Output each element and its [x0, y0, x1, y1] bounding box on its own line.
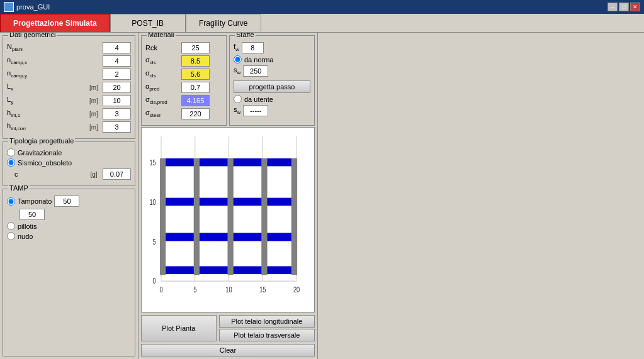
pillotis-row: pillotis — [7, 222, 131, 230]
da-norma-row: da norma — [234, 55, 310, 64]
left-panel: Dati geometrici Npiani ncamp,x ncamp,y — [0, 33, 138, 359]
dati-geometrici-title: Dati geometrici — [8, 33, 57, 38]
dati-geometrici-group: Dati geometrici Npiani ncamp,x ncamp,y — [3, 35, 135, 139]
bottom-buttons-row: Plot Pianta Plot telaio longitudinale Pl… — [141, 315, 315, 341]
alpha-pred-input[interactable] — [181, 82, 210, 93]
staffe-box: Staffe fw da norma sw progetta passo — [229, 35, 315, 126]
right-panel — [318, 33, 644, 359]
mid-top: Materiali Rck σcls σcls αpred — [141, 35, 315, 126]
minimize-button[interactable]: – — [607, 3, 618, 11]
svg-text:10: 10 — [149, 197, 155, 206]
middle-panel: Materiali Rck σcls σcls αpred — [138, 33, 318, 359]
ncampx-input[interactable] — [103, 55, 131, 67]
hintcorr-row: hint,corr [m] — [7, 121, 131, 133]
sw-user-row: sw — [234, 105, 310, 116]
tamp-val2-input[interactable] — [20, 209, 45, 220]
nudo-radio[interactable] — [7, 232, 15, 240]
da-norma-radio[interactable] — [234, 55, 242, 64]
ly-input[interactable] — [103, 95, 131, 106]
main-window: Progettazione Simulata POST_IB Fragility… — [0, 14, 644, 359]
tab-fragility[interactable]: Fragility Curve — [186, 14, 261, 32]
fw-row: fw — [234, 42, 310, 53]
svg-text:15: 15 — [149, 158, 155, 167]
da-norma-label: da norma — [244, 56, 273, 64]
da-utente-row: da utente — [234, 95, 310, 103]
sismico-radio[interactable] — [7, 158, 15, 167]
gravitazionale-radio[interactable] — [7, 148, 15, 157]
sw-row: sw — [234, 65, 310, 77]
materials-title: Materiali — [147, 33, 176, 38]
sigma-steel-input[interactable] — [181, 108, 210, 119]
nudo-label: nudo — [18, 233, 33, 240]
da-utente-label: da utente — [244, 96, 273, 103]
hintcorr-input[interactable] — [103, 121, 131, 133]
da-utente-radio[interactable] — [234, 95, 242, 103]
tipologia-title: Tipologia progettuale — [8, 137, 75, 145]
svg-text:0: 0 — [159, 285, 162, 294]
c-row: c [g] — [7, 168, 131, 180]
tamponato-radio[interactable] — [7, 197, 15, 206]
svg-rect-15 — [227, 158, 233, 275]
sigma-cls1-input[interactable] — [181, 55, 210, 67]
window-controls: – □ ✕ — [607, 3, 640, 11]
tamp-val2-row — [7, 209, 131, 220]
materials-box: Materiali Rck σcls σcls αpred — [141, 35, 227, 126]
sigma-cls2-input[interactable] — [181, 69, 210, 80]
tipologia-group: Tipologia progettuale Gravitazionale Sis… — [3, 141, 135, 186]
rck-input[interactable] — [181, 42, 210, 53]
ncampy-input[interactable] — [103, 69, 131, 80]
app-icon — [4, 2, 14, 12]
svg-text:15: 15 — [259, 285, 266, 294]
svg-text:0: 0 — [153, 277, 156, 285]
content-area: Dati geometrici Npiani ncamp,x ncamp,y — [0, 33, 644, 359]
c-input[interactable] — [103, 168, 131, 180]
sw-input[interactable] — [243, 65, 268, 77]
pillotis-radio[interactable] — [7, 222, 15, 230]
hint1-input[interactable] — [103, 108, 131, 119]
hint1-row: hint,1 [m] — [7, 108, 131, 119]
svg-text:20: 20 — [293, 285, 300, 294]
rck-row: Rck — [145, 42, 222, 53]
alpha-pred-row: αpred — [145, 82, 222, 93]
sismico-row: Sismico_obsoleto — [7, 158, 131, 167]
pillotis-label: pillotis — [18, 223, 37, 230]
clear-button[interactable]: Clear — [141, 344, 315, 356]
plot-svg: 0 5 10 15 0 5 10 15 20 — [142, 128, 314, 312]
svg-text:5: 5 — [153, 237, 156, 246]
staffe-title: Staffe — [235, 33, 256, 38]
npiani-input[interactable] — [103, 42, 131, 53]
restore-button[interactable]: □ — [619, 3, 629, 11]
fw-input[interactable] — [242, 42, 264, 53]
lx-input[interactable] — [103, 82, 131, 93]
progetta-passo-button[interactable]: progetta passo — [234, 80, 310, 93]
plot-area: 0 5 10 15 0 5 10 15 20 — [141, 127, 315, 312]
sigma-clspred-input[interactable] — [181, 95, 210, 106]
svg-rect-16 — [261, 158, 267, 275]
tamp-val1-input[interactable] — [54, 196, 79, 207]
tab-post-ib[interactable]: POST_IB — [110, 14, 186, 32]
plot-pianta-button[interactable]: Plot Pianta — [141, 315, 217, 341]
lx-row: Lx [m] — [7, 82, 131, 93]
svg-rect-17 — [291, 158, 297, 275]
plot-long-button[interactable]: Plot telaio longitudinale — [219, 315, 315, 328]
sw-user-input[interactable] — [243, 105, 268, 116]
gravitazionale-label: Gravitazionale — [18, 149, 62, 157]
tamp-title: TAMP — [8, 184, 30, 192]
sigma-clspred-row: σcls,pred — [145, 95, 222, 106]
gravitazionale-row: Gravitazionale — [7, 148, 131, 157]
close-button[interactable]: ✕ — [630, 3, 640, 11]
tab-progettazione[interactable]: Progettazione Simulata — [0, 14, 110, 32]
tamp-group: TAMP Tamponato pillotis nudo — [3, 189, 135, 356]
nudo-row: nudo — [7, 232, 131, 240]
sismico-label: Sismico_obsoleto — [18, 159, 72, 167]
plot-trasv-button[interactable]: Plot telaio trasversale — [219, 329, 315, 341]
sigma-cls1-row: σcls — [145, 55, 222, 67]
svg-rect-14 — [194, 158, 200, 275]
sigma-cls2-row: σcls — [145, 69, 222, 80]
window-title: prova_GUI — [16, 3, 50, 11]
svg-text:10: 10 — [225, 285, 232, 294]
title-bar: prova_GUI – □ ✕ — [0, 0, 644, 14]
ncampx-row: ncamp,x — [7, 55, 131, 67]
svg-rect-13 — [160, 158, 166, 275]
svg-text:5: 5 — [193, 285, 196, 294]
